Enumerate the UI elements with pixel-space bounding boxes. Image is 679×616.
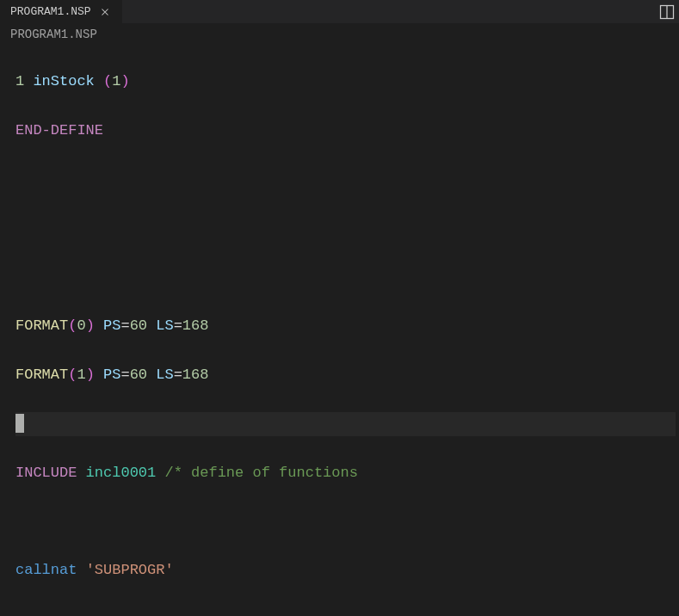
cursor-line (15, 412, 676, 436)
breadcrumb[interactable]: PROGRAM1.NSP (0, 24, 679, 46)
code-line (15, 607, 676, 616)
code-line (15, 168, 676, 192)
code-line: callnat 'SUBPROGR' (15, 558, 676, 582)
close-icon[interactable] (98, 5, 112, 19)
split-editor-icon[interactable] (658, 3, 676, 21)
code-line (15, 266, 676, 290)
tab-bar-actions (658, 3, 679, 21)
code-line: FORMAT(1) PS=60 LS=168 (15, 363, 676, 387)
code-line (15, 217, 676, 241)
code-line (15, 510, 676, 534)
code-line: END-DEFINE (15, 119, 676, 143)
tab-bar: PROGRAM1.NSP (0, 0, 679, 24)
text-cursor (15, 414, 24, 433)
code-line: 1 inStock (1) (15, 70, 676, 94)
code-line: FORMAT(0) PS=60 LS=168 (15, 314, 676, 338)
code-line: INCLUDE incl0001 /* define of functions (15, 461, 676, 485)
breadcrumb-path: PROGRAM1.NSP (10, 28, 97, 41)
tab-program1[interactable]: PROGRAM1.NSP (0, 0, 122, 24)
editor[interactable]: 1 inStock (1) END-DEFINE FORMAT(0) PS=60… (0, 46, 679, 616)
tab-title: PROGRAM1.NSP (10, 5, 91, 18)
